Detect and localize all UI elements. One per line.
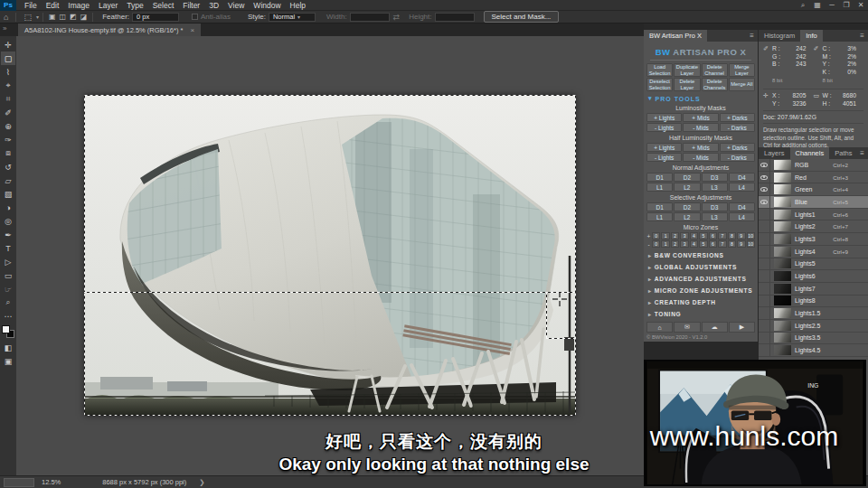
feather-input[interactable]: 0 px <box>132 13 179 22</box>
channel-row-lights3-5[interactable]: Lights3.5 <box>759 333 868 345</box>
visibility-toggle[interactable] <box>759 233 770 245</box>
eraser-tool[interactable]: ▱ <box>1 174 15 187</box>
micro-minus-4-button[interactable]: 4 <box>690 240 698 248</box>
delete-layer-button[interactable]: Delete Layer <box>674 78 700 91</box>
select-and-mask-button[interactable]: Select and Mask... <box>484 11 560 23</box>
menu-type[interactable]: Type <box>122 0 147 11</box>
tab-channels[interactable]: Channels <box>790 147 830 159</box>
channel-row-lights2[interactable]: Lights2Ctrl+7 <box>759 221 868 233</box>
load-selection-button[interactable]: Load Selection <box>646 63 673 77</box>
channel-row-lights8[interactable]: Lights8 <box>759 296 868 308</box>
deselect-selection-button[interactable]: Deselect Selection <box>646 78 673 91</box>
search-icon[interactable]: ⌕ <box>796 0 810 11</box>
edit-toolbar-icon[interactable]: ⋯ <box>1 309 15 323</box>
channel-row-lights1[interactable]: Lights1Ctrl+6 <box>759 209 868 221</box>
menu-layer[interactable]: Layer <box>94 0 122 11</box>
lasso-tool[interactable]: ⌇ <box>1 65 15 79</box>
type-tool[interactable]: T <box>1 241 15 255</box>
height-input[interactable] <box>435 13 475 22</box>
clone-stamp-tool[interactable]: ⧈ <box>1 146 15 160</box>
visibility-toggle[interactable] <box>759 196 770 208</box>
width-input[interactable] <box>350 13 390 22</box>
luminosity-masks-darks-button[interactable]: - Darks <box>720 123 755 132</box>
tab-layers[interactable]: Layers <box>759 147 790 159</box>
micro-plus-1-button[interactable]: 1 <box>661 232 669 239</box>
menu-file[interactable]: File <box>20 0 42 11</box>
color-swatches[interactable] <box>2 325 14 338</box>
quick-mask-icon[interactable]: ◧ <box>1 341 15 354</box>
merge-all-button[interactable]: Merge All <box>729 78 755 91</box>
selective-adjustments-l3-button[interactable]: L3 <box>702 212 728 221</box>
section-advanced-adjustments[interactable]: ▸ADVANCED ADJUSTMENTS <box>646 275 755 283</box>
channel-row-lights7[interactable]: Lights7 <box>759 283 868 296</box>
document-image[interactable] <box>84 95 576 416</box>
tab-bw-artisan[interactable]: BW Artisan Pro X <box>644 30 707 42</box>
anti-alias-checkbox[interactable]: Anti-alias <box>192 13 231 21</box>
micro-minus-1-button[interactable]: 1 <box>661 240 669 248</box>
style-select[interactable]: Normal▾ <box>269 13 316 22</box>
tab-paths[interactable]: Paths <box>829 147 857 159</box>
marquee-tool-preset-icon[interactable]: ⬚ <box>20 13 35 22</box>
selective-adjustments-d1-button[interactable]: D1 <box>646 202 673 211</box>
micro-plus-4-button[interactable]: 4 <box>690 232 698 239</box>
selective-adjustments-l4-button[interactable]: L4 <box>729 212 755 221</box>
channel-row-lights6[interactable]: Lights6 <box>759 270 868 283</box>
normal-adjustments-l3-button[interactable]: L3 <box>702 183 728 192</box>
pro-tools-header[interactable]: ▾ PRO TOOLS <box>648 95 754 102</box>
delete-channel-button[interactable]: Delete Channel <box>702 63 728 77</box>
channel-row-lights2-5[interactable]: Lights2.5 <box>759 320 868 333</box>
luminosity-masks-lights-button[interactable]: + Lights <box>646 113 682 122</box>
luminosity-masks-lights-button[interactable]: - Lights <box>646 123 682 132</box>
close-tab-icon[interactable]: × <box>190 26 194 34</box>
menu-view[interactable]: View <box>223 0 249 11</box>
half-luminosity-masks-lights-button[interactable]: - Lights <box>646 153 682 162</box>
channel-row-lights4[interactable]: Lights4Ctrl+9 <box>759 246 868 258</box>
intersect-selection-icon[interactable]: ◪ <box>79 13 90 21</box>
crop-tool[interactable]: ⌗ <box>1 92 15 106</box>
section-toning[interactable]: ▸TONING <box>646 310 755 318</box>
tab-histogram[interactable]: Histogram <box>759 30 800 42</box>
channel-row-lights3[interactable]: Lights3Ctrl+8 <box>759 233 868 246</box>
workspace-icon[interactable]: ▦ <box>810 0 825 11</box>
menu-select[interactable]: Select <box>148 0 179 11</box>
micro-plus-5-button[interactable]: 5 <box>699 232 707 239</box>
visibility-toggle[interactable] <box>759 333 770 344</box>
normal-adjustments-l4-button[interactable]: L4 <box>729 183 755 192</box>
close-button[interactable]: ✕ <box>854 0 868 11</box>
micro-minus-8-button[interactable]: 8 <box>728 240 736 248</box>
tab-info[interactable]: Info <box>800 30 823 42</box>
zoom-tool[interactable]: ⌕ <box>1 296 15 309</box>
foreground-color-swatch[interactable] <box>2 325 10 333</box>
normal-adjustments-l2-button[interactable]: L2 <box>674 183 700 192</box>
half-luminosity-masks-lights-button[interactable]: + Lights <box>646 143 682 152</box>
micro-minus-2-button[interactable]: 2 <box>671 240 679 248</box>
micro-plus-6-button[interactable]: 6 <box>709 232 717 239</box>
micro-plus-9-button[interactable]: 9 <box>737 232 745 239</box>
shape-tool[interactable]: ▭ <box>1 268 15 282</box>
section-global-adjustments[interactable]: ▸GLOBAL ADJUSTMENTS <box>646 263 755 271</box>
visibility-toggle[interactable] <box>759 183 770 195</box>
visibility-toggle[interactable] <box>759 307 770 319</box>
home-icon[interactable]: ⌂ <box>0 13 12 22</box>
zoom-input[interactable] <box>4 478 34 487</box>
chevron-right-icon[interactable]: ❯ <box>199 478 204 486</box>
minimize-button[interactable]: ─ <box>825 0 839 11</box>
panel-menu-icon[interactable]: ≡ <box>860 149 868 157</box>
channel-row-lights5[interactable]: Lights5 <box>759 258 868 271</box>
half-luminosity-masks-mids-button[interactable]: - Mids <box>683 153 718 162</box>
section-micro-zone-adjustments[interactable]: ▸MICRO ZONE ADJUSTMENTS <box>646 286 755 295</box>
healing-brush-tool[interactable]: ⊕ <box>1 119 15 133</box>
chevron-down-icon[interactable]: ▾ <box>36 14 39 20</box>
visibility-toggle[interactable] <box>759 283 770 295</box>
menu-image[interactable]: Image <box>63 0 94 11</box>
channel-row-red[interactable]: RedCtrl+3 <box>759 172 868 184</box>
path-selection-tool[interactable]: ▷ <box>1 255 15 268</box>
micro-minus-3-button[interactable]: 3 <box>680 240 688 248</box>
half-luminosity-masks-darks-button[interactable]: + Darks <box>720 143 755 152</box>
visibility-toggle[interactable] <box>759 209 770 221</box>
panel-menu-icon[interactable]: ≡ <box>860 32 868 40</box>
visibility-toggle[interactable] <box>759 270 770 282</box>
screen-mode-icon[interactable]: ▣ <box>1 354 15 368</box>
channel-row-green[interactable]: GreenCtrl+4 <box>759 183 868 196</box>
visibility-toggle[interactable] <box>759 159 770 171</box>
